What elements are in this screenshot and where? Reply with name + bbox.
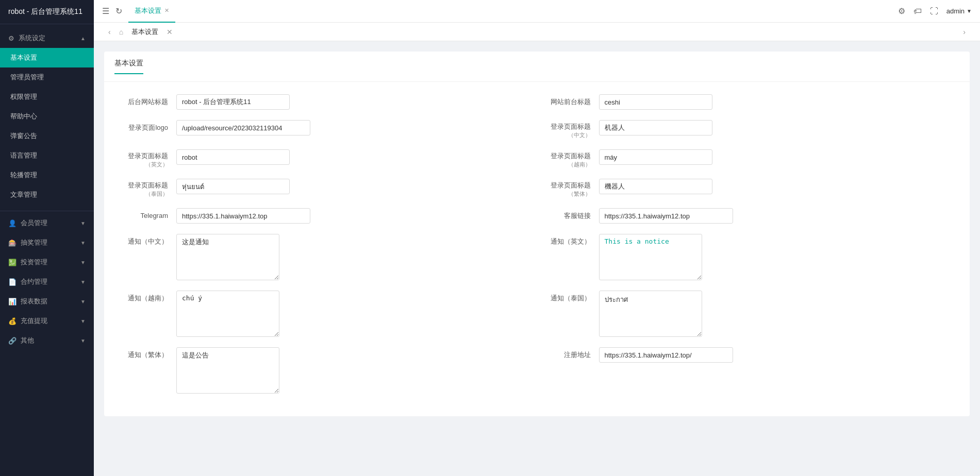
investment-icon: 💹 [8, 259, 16, 266]
sidebar-lottery-header[interactable]: 🎰 抽奖管理 ▼ [0, 233, 94, 252]
login-title-vn-input[interactable] [599, 149, 712, 165]
telegram-label: Telegram [114, 208, 176, 224]
login-title-tw-input[interactable] [599, 179, 712, 194]
sidebar-item-permission[interactable]: 权限管理 [0, 87, 94, 107]
form-row-login-logo: 登录页面logo 登录页面标题 （中文） [114, 120, 959, 139]
tab-nav: ‹ ⌂ 基本设置 ✕ › [94, 23, 980, 41]
sidebar-member-header[interactable]: 👤 会员管理 ▼ [0, 213, 94, 233]
sidebar-items: 基本设置 管理员管理 权限管理 帮助中心 弹窗公告 语言管理 轮播管理 文章管理 [0, 48, 94, 205]
login-title-vn-label: 登录页面标题 （越南） [537, 149, 599, 168]
login-title-en-input[interactable] [176, 149, 290, 165]
other-label: 其他 [21, 336, 34, 345]
login-title-th-input[interactable] [176, 179, 290, 194]
topbar-user[interactable]: admin ▼ [946, 7, 972, 15]
form-col-login-title-tw: 登录页面标题 （繁体） [537, 179, 960, 198]
sidebar-recharge-header[interactable]: 💰 充值提现 ▼ [0, 311, 94, 331]
sidebar-report-header[interactable]: 📊 报表数据 ▼ [0, 292, 94, 311]
tab-nav-close-button[interactable]: ✕ [162, 28, 177, 36]
login-title-tw-label: 登录页面标题 （繁体） [537, 179, 599, 198]
card-body: 后台网站标题 网站前台标题 登录页面logo [104, 82, 970, 416]
report-icon: 📊 [8, 298, 16, 305]
tab-close-icon[interactable]: ✕ [164, 7, 169, 14]
telegram-input[interactable] [176, 208, 310, 224]
sidebar-groups: 👤 会员管理 ▼ 🎰 抽奖管理 ▼ 💹 投资管理 ▼ 📄 合约管理 ▼ [0, 213, 94, 350]
form-col-register-url: 注册地址 [537, 347, 960, 363]
settings-card: 基本设置 后台网站标题 网站前台标题 登录页 [104, 52, 970, 416]
menu-toggle-icon[interactable]: ☰ [102, 6, 109, 16]
logo-text: robot - 后台管理系统11 [8, 7, 82, 16]
notice-th-label: 通知（泰国） [537, 291, 599, 306]
notice-cn-label: 通知（中文） [114, 234, 176, 249]
notice-vn-label: 通知（越南） [114, 291, 176, 306]
form-col-telegram: Telegram [114, 208, 537, 224]
form-col-login-title-en: 登录页面标题 （英文） [114, 149, 537, 168]
sidebar-other-header[interactable]: 🔗 其他 ▼ [0, 331, 94, 350]
topbar-settings-icon[interactable]: ⚙ [898, 6, 905, 16]
form-col-login-logo: 登录页面logo [114, 120, 537, 135]
notice-th-textarea[interactable]: ประกาศ [599, 291, 702, 337]
report-label: 报表数据 [21, 297, 47, 306]
topbar-fullscreen-icon[interactable]: ⛶ [930, 7, 938, 16]
notice-vn-textarea[interactable]: chú ý [176, 291, 279, 337]
lottery-icon: 🎰 [8, 239, 16, 247]
backend-site-input[interactable] [176, 94, 290, 110]
sidebar-item-basic-settings[interactable]: 基本设置 [0, 48, 94, 67]
sidebar-item-article-label: 文章管理 [10, 190, 37, 199]
notice-en-label: 通知（英文） [537, 234, 599, 249]
member-label: 会员管理 [21, 218, 47, 228]
sidebar-divider-1 [0, 211, 94, 211]
sidebar-investment-header[interactable]: 💹 投资管理 ▼ [0, 252, 94, 272]
sidebar-item-help-label: 帮助中心 [10, 112, 37, 121]
sidebar-item-admin-management[interactable]: 管理员管理 [0, 67, 94, 87]
tab-nav-back-button[interactable]: ‹ [104, 28, 115, 36]
customer-service-input[interactable] [599, 208, 733, 224]
sidebar: robot - 后台管理系统11 ⚙ 系统设定 ▲ 基本设置 管理员管理 权限管… [0, 0, 94, 476]
login-logo-label: 登录页面logo [114, 120, 176, 135]
topbar-tag-icon[interactable]: 🏷 [913, 7, 922, 16]
register-url-input[interactable] [599, 347, 733, 363]
tab-nav-home-button[interactable]: ⌂ [115, 28, 127, 36]
form-row-notice-vn-th: 通知（越南） chú ý 通知（泰国） ประกาศ [114, 291, 959, 337]
refresh-icon[interactable]: ↻ [115, 6, 122, 16]
other-arrow-icon: ▼ [80, 338, 86, 344]
sidebar-item-language[interactable]: 语言管理 [0, 146, 94, 165]
card-header: 基本设置 [104, 52, 970, 82]
sidebar-item-admin-management-label: 管理员管理 [10, 73, 44, 82]
form-col-login-title-cn: 登录页面标题 （中文） [537, 120, 960, 139]
member-arrow-icon: ▼ [80, 220, 86, 226]
topbar-user-arrow-icon: ▼ [967, 8, 972, 14]
form-col-backend-title: 后台网站标题 [114, 94, 537, 110]
tab-nav-forward-button[interactable]: › [959, 28, 970, 36]
notice-en-textarea[interactable]: This is a notice [599, 234, 702, 280]
form-col-login-title-th: 登录页面标题 （泰国） [114, 179, 537, 198]
sidebar-item-popup-label: 弹窗公告 [10, 131, 37, 141]
notice-cn-textarea[interactable]: 这是通知 [176, 234, 279, 280]
frontend-site-input[interactable] [599, 94, 712, 110]
sidebar-system-header[interactable]: ⚙ 系统设定 ▲ [0, 28, 94, 48]
sidebar-item-popup[interactable]: 弹窗公告 [0, 126, 94, 146]
form-col-notice-tw: 通知（繁体） 這是公告 [114, 347, 537, 394]
form-col-frontend-title: 网站前台标题 [537, 94, 960, 110]
contract-label: 合约管理 [21, 277, 47, 286]
login-title-en-label: 登录页面标题 （英文） [114, 149, 176, 168]
notice-tw-textarea[interactable]: 這是公告 [176, 347, 279, 394]
sidebar-item-carousel-label: 轮播管理 [10, 171, 37, 180]
settings-icon: ⚙ [8, 35, 14, 42]
frontend-site-label: 网站前台标题 [537, 94, 599, 110]
topbar-right: ⚙ 🏷 ⛶ admin ▼ [898, 6, 972, 16]
sidebar-item-help[interactable]: 帮助中心 [0, 107, 94, 126]
topbar-left: ☰ ↻ 基本设置 ✕ [102, 0, 892, 23]
sidebar-contract-header[interactable]: 📄 合约管理 ▼ [0, 272, 94, 292]
lottery-label: 抽奖管理 [21, 238, 47, 247]
contract-arrow-icon: ▼ [80, 279, 86, 285]
login-logo-input[interactable] [176, 120, 310, 135]
content-area: 基本设置 后台网站标题 网站前台标题 登录页 [94, 41, 980, 476]
sidebar-item-article[interactable]: 文章管理 [0, 185, 94, 205]
topbar-username: admin [946, 7, 965, 15]
sidebar-system-label: 系统设定 [19, 33, 45, 43]
sidebar-item-carousel[interactable]: 轮播管理 [0, 165, 94, 185]
form-row-notice-tw-register: 通知（繁体） 這是公告 注册地址 [114, 347, 959, 394]
login-title-th-label: 登录页面标题 （泰国） [114, 179, 176, 198]
login-title-cn-input[interactable] [599, 120, 712, 135]
tab-basic-settings[interactable]: 基本设置 ✕ [128, 0, 175, 23]
